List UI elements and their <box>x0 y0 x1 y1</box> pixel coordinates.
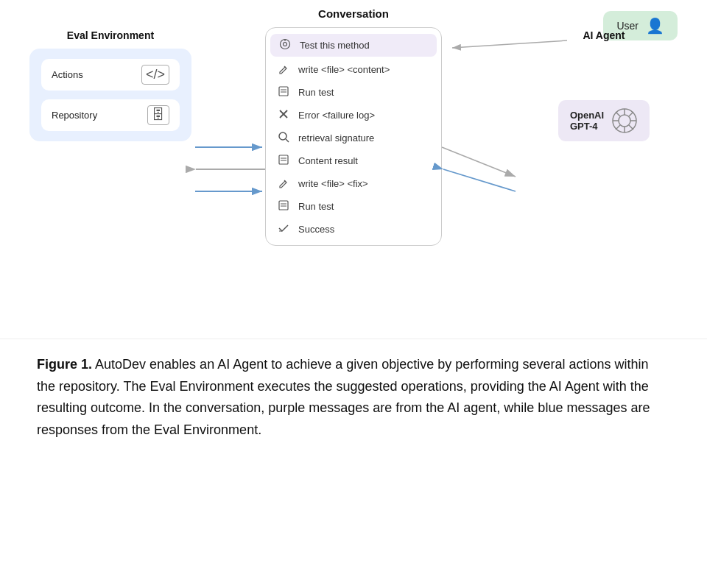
write-file-label: write <file> <content> <box>298 64 390 75</box>
conv-item-write-file: write <file> <content> <box>266 58 441 81</box>
eval-env-title: Eval Environment <box>29 29 191 41</box>
caption-text: AutoDev enables an AI Agent to achieve a… <box>37 357 650 437</box>
test-method-label: Test this method <box>300 40 370 51</box>
conversation-title: Conversation <box>318 7 389 20</box>
openai-box: OpenAI GPT-4 <box>558 100 650 141</box>
conv-item-retrieval: retrieval signature <box>266 127 441 149</box>
conv-item-write-fix: write <file> <fix> <box>266 172 441 195</box>
database-icon: 🗄 <box>147 105 169 125</box>
conversation-column: Conversation Test this methodwrite <file… <box>265 7 442 246</box>
write-file-icon <box>276 63 291 77</box>
svg-line-27 <box>629 112 633 116</box>
svg-rect-4 <box>279 87 288 96</box>
svg-line-10 <box>286 139 289 142</box>
eval-env-box: Actions </> Repository 🗄 <box>29 49 191 141</box>
conv-item-run-test-2: Run test <box>266 195 441 218</box>
write-fix-icon <box>276 177 291 191</box>
conv-item-content-result: Content result <box>266 149 441 172</box>
run-test-2-label: Run test <box>298 201 334 212</box>
code-icon: </> <box>141 65 169 85</box>
conversation-box: Test this methodwrite <file> <content>Ru… <box>265 27 442 246</box>
conv-item-test-method: Test this method <box>270 34 437 57</box>
content-result-label: Content result <box>298 155 358 166</box>
error-icon <box>276 108 291 122</box>
test-method-icon <box>278 38 292 52</box>
diagram-area: Conversation Test this methodwrite <file… <box>0 0 707 339</box>
run-test-1-icon <box>276 85 291 99</box>
content-result-icon <box>276 154 291 168</box>
repository-row: Repository 🗄 <box>41 99 180 131</box>
success-label: Success <box>298 224 334 235</box>
error-label: Error <failure log> <box>298 110 375 121</box>
repository-label: Repository <box>52 110 97 121</box>
ai-agent-title: AI Agent <box>583 29 625 41</box>
svg-line-25 <box>616 112 620 116</box>
openai-label: OpenAI GPT-4 <box>570 110 604 132</box>
svg-line-28 <box>616 125 620 130</box>
svg-rect-15 <box>279 201 288 210</box>
actions-label: Actions <box>52 69 83 80</box>
figure-label: Figure 1. <box>37 357 92 372</box>
svg-point-20 <box>619 115 630 127</box>
retrieval-icon <box>276 131 291 145</box>
conv-item-run-test-1: Run test <box>266 81 441 104</box>
run-test-2-icon <box>276 199 291 213</box>
ai-agent: AI Agent OpenAI GPT-4 <box>530 29 678 141</box>
svg-line-36 <box>442 147 516 177</box>
success-icon <box>276 222 291 236</box>
caption-area: Figure 1. AutoDev enables an AI Agent to… <box>0 339 707 464</box>
svg-rect-11 <box>279 155 288 164</box>
run-test-1-label: Run test <box>298 87 334 98</box>
conv-item-success: Success <box>266 218 441 241</box>
svg-line-37 <box>443 169 516 191</box>
svg-line-26 <box>629 125 633 130</box>
svg-point-9 <box>279 132 286 140</box>
actions-row: Actions </> <box>41 59 180 91</box>
conv-item-error: Error <failure log> <box>266 104 441 127</box>
openai-icon <box>611 107 638 134</box>
svg-point-1 <box>284 43 287 46</box>
eval-environment: Eval Environment Actions </> Repository … <box>29 29 191 141</box>
retrieval-label: retrieval signature <box>298 132 374 144</box>
write-fix-label: write <file> <fix> <box>298 178 368 189</box>
